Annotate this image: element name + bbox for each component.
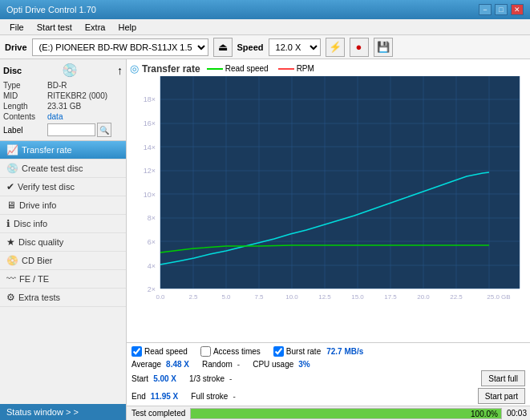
nav-transfer-rate-label: Transfer rate — [22, 145, 72, 155]
disc-action-icon[interactable]: ↑ — [117, 64, 123, 77]
nav-disc-info-label: Disc info — [14, 219, 47, 228]
chart-title: Transfer rate — [142, 63, 200, 75]
access-times-checkbox[interactable] — [200, 346, 211, 357]
disc-quality-icon: ★ — [6, 236, 15, 248]
read-speed-cb-label: Read speed — [144, 347, 188, 356]
window-controls: − □ ✕ — [479, 4, 524, 15]
nav-create-test-disc[interactable]: 💿 Create test disc — [0, 160, 126, 178]
menu-bar: File Start test Extra Help — [0, 19, 530, 35]
checkbox-read-speed[interactable]: Read speed — [131, 346, 188, 357]
transfer-rate-chart: 2× 4× 6× 8× 10× 12× 14× 16× 18× 0.0 2.5 … — [130, 76, 523, 305]
nav-fe-te[interactable]: 〰 FE / TE — [0, 270, 126, 289]
cpu-label: CPU usage — [253, 360, 293, 369]
speed-label: Speed — [237, 42, 264, 52]
create-disc-icon: 💿 — [6, 163, 18, 174]
svg-text:10×: 10× — [144, 191, 156, 199]
nav-extra-tests[interactable]: ⚙ Extra tests — [0, 289, 126, 307]
contents-label: Contents — [3, 112, 47, 121]
disc-label-button[interactable]: 🔍 — [97, 123, 111, 137]
extra-tests-icon: ⚙ — [6, 292, 15, 303]
average-label: Average — [131, 360, 161, 369]
disc-icon: 💿 — [62, 63, 78, 78]
svg-text:2×: 2× — [148, 285, 156, 293]
title-bar: Opti Drive Control 1.70 − □ ✕ — [0, 0, 530, 19]
speed-select[interactable]: 12.0 X ↓ — [269, 38, 321, 56]
status-text: Test completed — [127, 409, 190, 418]
stroke13-label: 1/3 stroke — [189, 374, 225, 383]
start-value: 5.00 X — [153, 374, 176, 383]
app-title: Opti Drive Control 1.70 — [6, 5, 96, 14]
nav-disc-info[interactable]: ℹ Disc info — [0, 215, 126, 233]
type-label: Type — [3, 81, 47, 90]
read-speed-checkbox[interactable] — [131, 346, 142, 357]
progress-bar-outer: 100.0% — [190, 408, 502, 419]
end-value: 11.95 X — [151, 392, 178, 401]
length-label: Length — [3, 102, 47, 111]
svg-text:6×: 6× — [148, 238, 156, 246]
stroke13-value: - — [229, 374, 232, 383]
mid-label: MID — [3, 91, 47, 100]
svg-text:16×: 16× — [144, 119, 156, 127]
maximize-button[interactable]: □ — [495, 4, 508, 15]
toolbar-button-2[interactable]: 💾 — [374, 38, 393, 57]
nav-drive-info[interactable]: 🖥 Drive info — [0, 196, 126, 215]
drive-select[interactable]: (E:) PIONEER BD-RW BDR-S11JX 1.50 — [32, 38, 208, 56]
checkbox-burst-rate[interactable]: Burst rate 72.7 MB/s — [273, 346, 364, 357]
status-window[interactable]: Status window > > — [0, 404, 126, 420]
fullstroke-value: - — [233, 392, 235, 401]
progress-percent: 100.0% — [471, 409, 498, 420]
burst-rate-cb-label: Burst rate — [286, 347, 321, 356]
checkbox-access-times[interactable]: Access times — [200, 346, 261, 357]
progress-bar-inner — [191, 409, 501, 418]
svg-text:15.0: 15.0 — [351, 293, 364, 301]
svg-text:17.5: 17.5 — [384, 293, 397, 301]
disc-label-label: Label — [3, 126, 47, 135]
svg-text:25.0 GB: 25.0 GB — [487, 293, 510, 301]
left-panel: Disc 💿 ↑ Type BD-R MID RITEKBR2 (000) Le… — [0, 59, 127, 420]
menu-start-test[interactable]: Start test — [30, 22, 79, 33]
random-label: Random — [202, 360, 233, 369]
menu-file[interactable]: File — [3, 22, 30, 33]
nav-transfer-rate[interactable]: 📈 Transfer rate — [0, 141, 126, 160]
status-bar: Test completed 100.0% 00:03 — [127, 406, 530, 420]
svg-text:20.0: 20.0 — [417, 293, 430, 301]
svg-text:14×: 14× — [144, 143, 156, 151]
toolbar: Drive (E:) PIONEER BD-RW BDR-S11JX 1.50 … — [0, 35, 530, 59]
nav-verify-test-disc[interactable]: ✔ Verify test disc — [0, 178, 126, 196]
chart-legend: Read speed RPM — [207, 64, 314, 73]
menu-extra[interactable]: Extra — [79, 22, 112, 33]
access-times-cb-label: Access times — [213, 347, 261, 356]
disc-info-icon: ℹ — [6, 218, 10, 229]
menu-help[interactable]: Help — [111, 22, 143, 33]
burst-rate-checkbox[interactable] — [273, 346, 284, 357]
svg-text:12×: 12× — [144, 167, 156, 175]
close-button[interactable]: ✕ — [511, 4, 524, 15]
toolbar-button-1[interactable]: ● — [350, 38, 369, 57]
fullstroke-label: Full stroke — [191, 392, 228, 401]
cd-bier-icon: 📀 — [6, 255, 18, 266]
chart-icon: ◎ — [130, 63, 139, 75]
fe-te-icon: 〰 — [6, 273, 16, 285]
verify-disc-icon: ✔ — [6, 181, 14, 192]
speed-icon-button[interactable]: ⚡ — [326, 38, 345, 57]
disc-label-input[interactable] — [47, 123, 95, 136]
eject-button[interactable]: ⏏ — [213, 38, 233, 57]
svg-text:10.0: 10.0 — [285, 293, 298, 301]
svg-text:4×: 4× — [148, 262, 156, 270]
nav-fe-te-label: FE / TE — [19, 274, 49, 284]
nav-extra-tests-label: Extra tests — [18, 293, 60, 302]
nav-disc-quality-label: Disc quality — [18, 237, 63, 247]
start-part-button[interactable]: Start part — [478, 388, 525, 404]
nav-disc-quality[interactable]: ★ Disc quality — [0, 233, 126, 252]
start-label: Start — [131, 374, 148, 383]
drive-label: Drive — [5, 42, 27, 52]
minimize-button[interactable]: − — [479, 4, 492, 15]
start-full-button[interactable]: Start full — [481, 370, 525, 386]
svg-text:7.5: 7.5 — [254, 293, 264, 301]
nav-cd-bier[interactable]: 📀 CD Bier — [0, 252, 126, 270]
legend-read-label: Read speed — [225, 64, 269, 73]
random-value: - — [237, 360, 240, 369]
chart-title-bar: ◎ Transfer rate Read speed RPM — [130, 63, 527, 75]
legend-read: Read speed — [207, 64, 269, 73]
svg-rect-0 — [160, 76, 520, 289]
